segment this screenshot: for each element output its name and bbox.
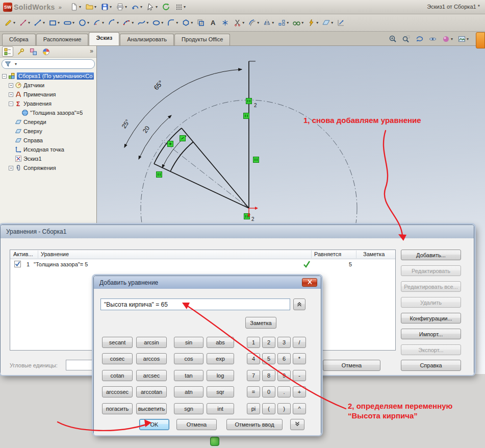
smart-dimension-button[interactable]: ▾ [17,16,32,30]
tab-layout[interactable]: Расположение [36,34,89,45]
add-button[interactable]: Добавить... [401,250,461,260]
offset-button[interactable]: ▾ [246,16,261,30]
tree-filter[interactable]: ▾ [2,59,95,69]
key-button[interactable]: 6 [277,353,291,364]
plane-tool-button[interactable]: ▾ [320,16,335,30]
slot-button[interactable]: ▾ [62,16,76,30]
key-button[interactable]: 7 [247,370,260,381]
hide-show-button[interactable] [428,35,437,43]
equation-input[interactable]: "Высота кирпича" = 65 [100,298,290,310]
key-button[interactable]: pi [247,403,260,414]
tab-office-products[interactable]: Продукты Office [174,34,230,45]
func-button-высветить[interactable]: высветить [136,403,167,414]
func-button-atn[interactable]: atn [174,386,203,397]
func-button-arcsec[interactable]: arcsec [136,370,167,381]
line-button[interactable]: ▾ [32,16,46,30]
key-button[interactable]: 0 [262,386,275,397]
tab-assembly[interactable]: Сборка [2,34,36,45]
key-button[interactable]: 4 [247,353,260,364]
rectangle-button[interactable]: ▾ [47,16,61,30]
rotate-view-button[interactable] [415,35,424,43]
active-checkbox[interactable] [14,261,21,267]
tree-item-origin[interactable]: Исходная точка [0,145,96,154]
rebuild-button[interactable] [160,1,172,13]
key-button[interactable]: ) [277,403,291,414]
text-button[interactable]: A [207,16,219,30]
configurationmanager-tab[interactable] [28,46,39,57]
tree-item-equations[interactable]: −ΣУравнения [0,99,96,108]
configurations-button[interactable]: Конфигурации... [401,313,461,323]
column-header[interactable]: Уравнение [41,251,69,257]
panel-collapse-chevron[interactable]: » [90,47,93,55]
quick-snaps-button[interactable]: ▾ [305,16,320,30]
tree-item-plane-top[interactable]: Сверху [0,127,96,136]
three-point-arc-button[interactable]: ▾ [121,16,135,30]
displaymanager-tab[interactable] [40,46,52,57]
expander-icon[interactable]: − [2,74,7,79]
propertymanager-tab[interactable] [15,46,26,57]
undo-input-button[interactable]: Отменить ввод [226,419,283,430]
func-button-cos[interactable]: cos [174,353,203,364]
save-button[interactable]: ▾ [99,1,113,13]
tree-item-plane-right[interactable]: Справа [0,136,96,145]
dimensions[interactable]: 65° 25° 20 [120,69,242,168]
ok-button[interactable]: OK [139,419,169,430]
instant3d-button[interactable] [335,16,347,30]
key-button[interactable]: 8 [262,370,275,381]
tab-evaluate[interactable]: Анализировать [120,34,174,45]
key-button[interactable]: ^ [293,403,306,414]
func-button-secant[interactable]: secant [102,337,133,348]
convert-entities-button[interactable] [195,16,207,30]
key-button[interactable]: 1 [247,337,260,348]
tree-item-mates[interactable]: +Сопряжения [0,163,96,172]
cancel-button[interactable]: Отмена [176,419,217,430]
dimension-25[interactable]: 25° [120,118,132,130]
edit-all-button[interactable]: Редактировать все... [401,281,461,292]
func-button-sgn[interactable]: sgn [174,403,203,414]
func-button-exp[interactable]: exp [207,353,234,364]
dimension-20[interactable]: 20 [141,125,151,134]
tree-item-sketch1[interactable]: Эскиз1 [0,154,96,163]
polygon-button[interactable]: ▾ [180,16,194,30]
centerpoint-arc-button[interactable]: ▾ [91,16,106,30]
fillet-button[interactable]: ▾ [165,16,180,30]
expander-icon[interactable]: + [9,92,13,97]
equation-row[interactable]: 1"Толщина зазора"= 55 [10,259,395,269]
key-button[interactable]: + [293,386,306,397]
tab-sketch[interactable]: Эскиз [89,32,119,45]
appearance-button[interactable]: ▾ [442,35,453,43]
key-button[interactable]: - [293,370,306,381]
tree-item-plane-front[interactable]: Спереди [0,117,96,127]
task-pane-tab[interactable] [476,32,485,48]
column-header[interactable]: Заметка [363,251,385,257]
dimension-65[interactable]: 65° [152,79,165,92]
tree-item-equation-value[interactable]: "Толщина зазора"=5 [0,108,96,117]
circle-button[interactable]: ▾ [76,16,91,30]
tangent-arc-button[interactable]: ▾ [106,16,120,30]
sketch-tool-button[interactable]: ▾ [3,16,17,30]
func-button-abs[interactable]: abs [207,337,234,348]
tree-item-assembly-root[interactable]: − Сборка1 (По умолчанию<Со [0,71,96,81]
mirror-button[interactable]: ▾ [261,16,275,30]
options-button[interactable]: ▾ [173,1,187,13]
func-button-arccos[interactable]: arccos [136,353,167,364]
undo-button[interactable]: ▾ [130,1,144,13]
export-button[interactable]: Экспорт... [401,344,461,355]
key-button[interactable]: = [247,386,260,397]
zoom-fit-button[interactable] [389,35,397,43]
featuremanager-tab[interactable] [2,46,13,57]
sketch-canvas[interactable]: 65° 25° 20 2 2 [97,46,485,226]
key-button[interactable]: / [293,337,306,348]
help-button[interactable]: Справка [401,360,461,371]
import-button[interactable]: Импорт... [401,329,461,339]
expander-icon[interactable]: + [9,166,13,170]
func-button-tan[interactable]: tan [174,370,203,381]
add-equation-dialog-titlebar[interactable]: Добавить уравнение [94,276,321,289]
func-button-sqr[interactable]: sqr [207,386,234,397]
func-button-погасить[interactable]: погасить [102,403,133,414]
note-button[interactable]: Заметка [245,317,276,329]
key-button[interactable]: 2 [262,337,275,348]
func-button-arcsin[interactable]: arcsin [136,337,167,348]
key-button[interactable]: ( [262,403,275,414]
func-button-cotan[interactable]: cotan [102,370,133,381]
